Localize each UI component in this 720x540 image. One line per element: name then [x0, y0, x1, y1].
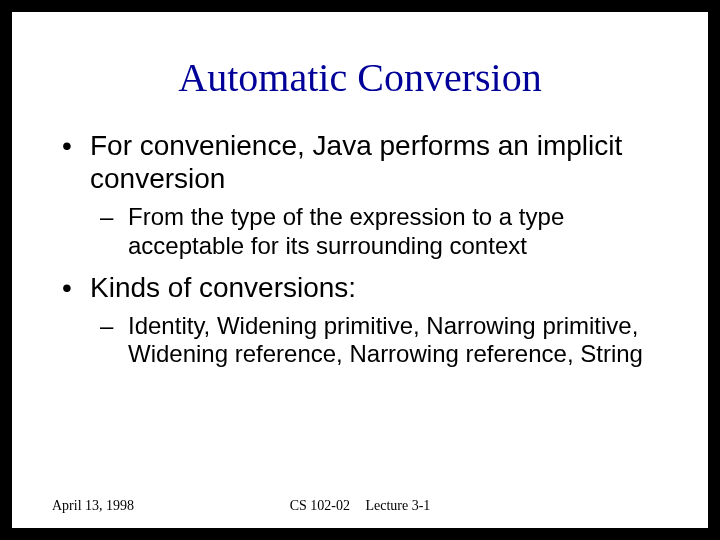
slide-footer: April 13, 1998 CS 102-02 Lecture 3-1: [52, 498, 668, 514]
footer-course: CS 102-02: [290, 498, 350, 513]
sub-bullet-item: Identity, Widening primitive, Narrowing …: [90, 312, 668, 370]
bullet-text: For convenience, Java performs an implic…: [90, 130, 622, 194]
sub-bullet-item: From the type of the expression to a typ…: [90, 203, 668, 261]
sub-bullet-text: From the type of the expression to a typ…: [128, 203, 564, 259]
sub-bullet-text: Identity, Widening primitive, Narrowing …: [128, 312, 643, 368]
slide: Automatic Conversion For convenience, Ja…: [0, 0, 720, 540]
footer-center: CS 102-02 Lecture 3-1: [52, 498, 668, 514]
footer-date: April 13, 1998: [52, 498, 134, 514]
bullet-item: Kinds of conversions: Identity, Widening…: [52, 271, 668, 370]
footer-lecture: Lecture 3-1: [365, 498, 430, 513]
bullet-text: Kinds of conversions:: [90, 272, 356, 303]
bullet-item: For convenience, Java performs an implic…: [52, 129, 668, 261]
slide-body: For convenience, Java performs an implic…: [52, 129, 668, 369]
slide-title: Automatic Conversion: [52, 54, 668, 101]
